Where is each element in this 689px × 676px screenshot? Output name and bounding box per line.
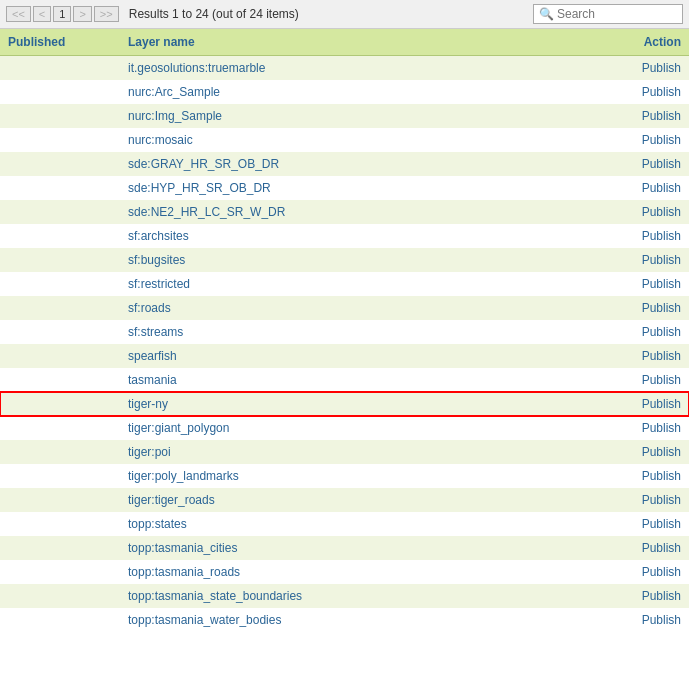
next-page-button[interactable]: > bbox=[73, 6, 91, 22]
layer-name-cell: topp:tasmania_water_bodies bbox=[120, 608, 609, 632]
publish-link[interactable]: Publish bbox=[642, 253, 681, 267]
publish-link[interactable]: Publish bbox=[642, 133, 681, 147]
published-cell bbox=[0, 416, 120, 440]
published-cell bbox=[0, 512, 120, 536]
published-cell bbox=[0, 56, 120, 81]
published-cell bbox=[0, 80, 120, 104]
table-row: tiger:poly_landmarksPublish bbox=[0, 464, 689, 488]
publish-link[interactable]: Publish bbox=[642, 421, 681, 435]
publish-link[interactable]: Publish bbox=[642, 565, 681, 579]
table-row: tiger:poiPublish bbox=[0, 440, 689, 464]
action-header: Action bbox=[609, 29, 689, 56]
publish-link[interactable]: Publish bbox=[642, 181, 681, 195]
publish-link[interactable]: Publish bbox=[642, 325, 681, 339]
published-cell bbox=[0, 368, 120, 392]
layer-name-cell: sde:GRAY_HR_SR_OB_DR bbox=[120, 152, 609, 176]
prev-page-button[interactable]: < bbox=[33, 6, 51, 22]
layer-name-cell: it.geosolutions:truemarble bbox=[120, 56, 609, 81]
publish-link[interactable]: Publish bbox=[642, 493, 681, 507]
action-cell: Publish bbox=[609, 488, 689, 512]
layer-name-cell: sf:restricted bbox=[120, 272, 609, 296]
published-cell bbox=[0, 608, 120, 632]
publish-link[interactable]: Publish bbox=[642, 157, 681, 171]
layer-name-cell: tasmania bbox=[120, 368, 609, 392]
publish-link[interactable]: Publish bbox=[642, 61, 681, 75]
table-row: nurc:Arc_SamplePublish bbox=[0, 80, 689, 104]
layer-name-cell: sf:streams bbox=[120, 320, 609, 344]
publish-link[interactable]: Publish bbox=[642, 85, 681, 99]
table-row: sf:roadsPublish bbox=[0, 296, 689, 320]
publish-link[interactable]: Publish bbox=[642, 517, 681, 531]
action-cell: Publish bbox=[609, 56, 689, 81]
action-cell: Publish bbox=[609, 224, 689, 248]
action-cell: Publish bbox=[609, 80, 689, 104]
publish-link[interactable]: Publish bbox=[642, 613, 681, 627]
published-cell bbox=[0, 248, 120, 272]
table-row: it.geosolutions:truemarblePublish bbox=[0, 56, 689, 81]
layer-name-cell: topp:tasmania_state_boundaries bbox=[120, 584, 609, 608]
action-cell: Publish bbox=[609, 440, 689, 464]
search-box: 🔍 bbox=[533, 4, 683, 24]
current-page-button[interactable]: 1 bbox=[53, 6, 71, 22]
publish-link[interactable]: Publish bbox=[642, 373, 681, 387]
published-cell bbox=[0, 560, 120, 584]
publish-link[interactable]: Publish bbox=[642, 469, 681, 483]
search-icon: 🔍 bbox=[539, 7, 554, 21]
action-cell: Publish bbox=[609, 608, 689, 632]
publish-link[interactable]: Publish bbox=[642, 301, 681, 315]
action-cell: Publish bbox=[609, 200, 689, 224]
layers-table: Published Layer name Action it.geosoluti… bbox=[0, 29, 689, 632]
action-cell: Publish bbox=[609, 152, 689, 176]
first-page-button[interactable]: << bbox=[6, 6, 31, 22]
publish-link[interactable]: Publish bbox=[642, 277, 681, 291]
table-row: tiger:tiger_roadsPublish bbox=[0, 488, 689, 512]
published-cell bbox=[0, 272, 120, 296]
table-row: tasmaniaPublish bbox=[0, 368, 689, 392]
last-page-button[interactable]: >> bbox=[94, 6, 119, 22]
layer-name-cell: sf:bugsites bbox=[120, 248, 609, 272]
publish-link[interactable]: Publish bbox=[642, 109, 681, 123]
pagination-info: Results 1 to 24 (out of 24 items) bbox=[129, 7, 299, 21]
layer-name-cell: topp:tasmania_cities bbox=[120, 536, 609, 560]
action-cell: Publish bbox=[609, 464, 689, 488]
layer-name-cell: topp:tasmania_roads bbox=[120, 560, 609, 584]
published-cell bbox=[0, 176, 120, 200]
action-cell: Publish bbox=[609, 560, 689, 584]
search-input[interactable] bbox=[557, 7, 677, 21]
action-cell: Publish bbox=[609, 296, 689, 320]
layer-name-cell: tiger:poly_landmarks bbox=[120, 464, 609, 488]
layer-name-cell: sde:HYP_HR_SR_OB_DR bbox=[120, 176, 609, 200]
action-cell: Publish bbox=[609, 320, 689, 344]
publish-link[interactable]: Publish bbox=[642, 589, 681, 603]
action-cell: Publish bbox=[609, 128, 689, 152]
layer-name-cell: sf:archsites bbox=[120, 224, 609, 248]
table-row: nurc:mosaicPublish bbox=[0, 128, 689, 152]
action-cell: Publish bbox=[609, 368, 689, 392]
published-cell bbox=[0, 344, 120, 368]
table-row: tiger-nyPublish bbox=[0, 392, 689, 416]
action-cell: Publish bbox=[609, 248, 689, 272]
table-row: sde:GRAY_HR_SR_OB_DRPublish bbox=[0, 152, 689, 176]
published-cell bbox=[0, 296, 120, 320]
action-cell: Publish bbox=[609, 344, 689, 368]
publish-link[interactable]: Publish bbox=[642, 205, 681, 219]
table-row: topp:statesPublish bbox=[0, 512, 689, 536]
table-row: sf:restrictedPublish bbox=[0, 272, 689, 296]
published-cell bbox=[0, 128, 120, 152]
publish-link[interactable]: Publish bbox=[642, 541, 681, 555]
publish-link[interactable]: Publish bbox=[642, 229, 681, 243]
action-cell: Publish bbox=[609, 536, 689, 560]
table-row: spearfishPublish bbox=[0, 344, 689, 368]
layer-name-cell: spearfish bbox=[120, 344, 609, 368]
published-cell bbox=[0, 440, 120, 464]
table-row: topp:tasmania_citiesPublish bbox=[0, 536, 689, 560]
publish-link[interactable]: Publish bbox=[642, 445, 681, 459]
publish-link[interactable]: Publish bbox=[642, 349, 681, 363]
publish-link[interactable]: Publish bbox=[642, 397, 681, 411]
published-cell bbox=[0, 152, 120, 176]
layer-name-cell: tiger:giant_polygon bbox=[120, 416, 609, 440]
published-cell bbox=[0, 392, 120, 416]
table-row: sf:bugsitesPublish bbox=[0, 248, 689, 272]
layer-name-cell: tiger-ny bbox=[120, 392, 609, 416]
published-cell bbox=[0, 584, 120, 608]
